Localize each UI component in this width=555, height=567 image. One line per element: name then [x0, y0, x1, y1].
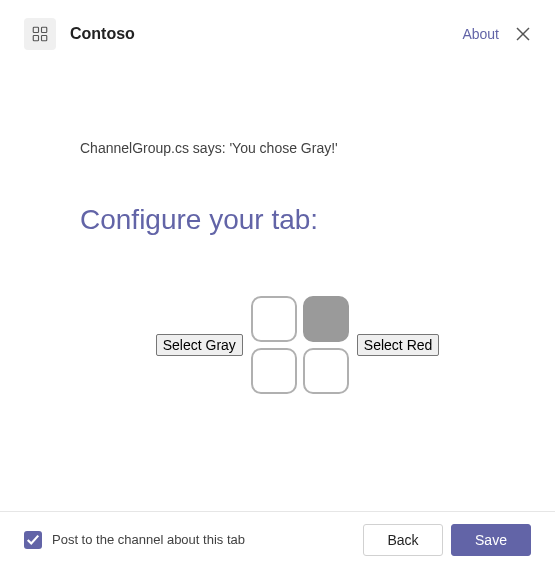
select-gray-button[interactable]: Select Gray — [156, 334, 243, 356]
save-button[interactable]: Save — [451, 524, 531, 556]
tile-bottom-left — [251, 348, 297, 394]
tile-selector: Select Gray Select Red — [80, 296, 515, 394]
tile-top-left — [251, 296, 297, 342]
dialog-content: ChannelGroup.cs says: 'You chose Gray!' … — [0, 140, 555, 394]
config-heading: Configure your tab: — [80, 204, 515, 236]
close-icon — [515, 26, 531, 42]
check-icon — [26, 533, 40, 547]
tile-bottom-right — [303, 348, 349, 394]
about-link[interactable]: About — [462, 26, 499, 42]
status-text: ChannelGroup.cs says: 'You chose Gray!' — [80, 140, 515, 156]
post-checkbox-wrap[interactable]: Post to the channel about this tab — [24, 531, 245, 549]
app-icon — [24, 18, 56, 50]
header-actions: About — [462, 26, 531, 42]
select-red-button[interactable]: Select Red — [357, 334, 439, 356]
svg-rect-3 — [42, 36, 47, 41]
tile-grid — [251, 296, 349, 394]
back-button[interactable]: Back — [363, 524, 443, 556]
svg-rect-2 — [33, 36, 38, 41]
tile-top-right — [303, 296, 349, 342]
svg-rect-1 — [42, 27, 47, 32]
app-title: Contoso — [70, 25, 135, 43]
post-checkbox-label: Post to the channel about this tab — [52, 532, 245, 547]
dialog-header: Contoso About — [0, 0, 555, 50]
close-button[interactable] — [515, 26, 531, 42]
post-checkbox[interactable] — [24, 531, 42, 549]
dialog-footer: Post to the channel about this tab Back … — [0, 511, 555, 567]
footer-buttons: Back Save — [363, 524, 531, 556]
svg-rect-0 — [33, 27, 38, 32]
